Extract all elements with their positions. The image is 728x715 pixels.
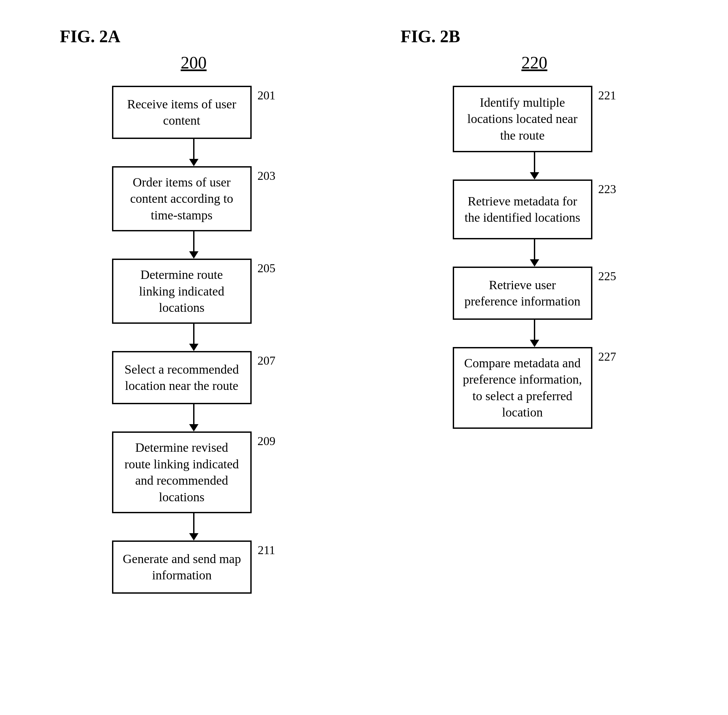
step-box-203: Order items of user content according to… [112, 166, 252, 231]
step-text-211: Generate and send map information [122, 551, 242, 584]
arrow-head [189, 159, 199, 166]
page: FIG. 2A 200 Receive items of user conten… [0, 0, 728, 715]
arrow-shaft [193, 231, 194, 251]
fig-2b-number: 220 [522, 53, 547, 72]
arrow-223-225 [465, 239, 604, 267]
step-text-201: Receive items of user content [122, 96, 242, 129]
step-box-225: Retrieve user preference information [453, 267, 592, 320]
step-text-221: Identify multiple locations located near… [463, 94, 583, 143]
figures-container: FIG. 2A 200 Receive items of user conten… [33, 27, 695, 594]
arrow-205-207 [124, 324, 264, 351]
step-row-221: Identify multiple locations located near… [453, 86, 616, 152]
arrow-shaft [534, 320, 535, 340]
step-label-221: 221 [598, 86, 616, 103]
arrow-221-223 [465, 152, 604, 180]
step-box-201: Receive items of user content [112, 86, 252, 139]
step-row-205: Determine route linking indicated locati… [112, 259, 276, 324]
step-label-223: 223 [598, 180, 616, 196]
arrow-head [189, 533, 199, 540]
step-label-211: 211 [258, 540, 275, 557]
step-text-209: Determine revised route linking indicate… [122, 439, 242, 505]
step-label-201: 201 [258, 86, 276, 103]
step-row-201: Receive items of user content 201 [112, 86, 276, 139]
step-label-205: 205 [258, 259, 276, 275]
arrow-shaft [193, 513, 194, 533]
arrow-shaft [193, 324, 194, 344]
figure-2a-column: FIG. 2A 200 Receive items of user conten… [33, 27, 354, 594]
step-text-225: Retrieve user preference information [463, 277, 583, 310]
step-label-225: 225 [598, 267, 616, 283]
step-text-227: Compare metadata and preference informat… [463, 355, 583, 421]
step-label-203: 203 [258, 166, 276, 183]
step-text-205: Determine route linking indicated locati… [122, 267, 242, 316]
arrow-203-205 [124, 231, 264, 259]
arrow-shaft [193, 404, 194, 424]
step-box-223: Retrieve metadata for the identified loc… [453, 180, 592, 239]
fig-2a-title: FIG. 2A [60, 27, 121, 46]
arrow-201-203 [124, 139, 264, 166]
arrow-shaft [534, 239, 535, 259]
step-box-211: Generate and send map information [112, 540, 252, 594]
step-row-225: Retrieve user preference information 225 [453, 267, 616, 320]
fig-2b-flow: Identify multiple locations located near… [453, 86, 616, 429]
arrow-head [530, 259, 539, 267]
step-box-207: Select a recommended location near the r… [112, 351, 252, 404]
step-row-209: Determine revised route linking indicate… [112, 431, 276, 513]
arrow-head [189, 344, 199, 351]
step-box-221: Identify multiple locations located near… [453, 86, 592, 152]
arrow-225-227 [465, 320, 604, 347]
step-text-223: Retrieve metadata for the identified loc… [463, 193, 583, 226]
arrow-shaft [193, 139, 194, 159]
step-box-205: Determine route linking indicated locati… [112, 259, 252, 324]
step-box-209: Determine revised route linking indicate… [112, 431, 252, 513]
fig-2b-title: FIG. 2B [401, 27, 460, 46]
arrow-shaft [534, 152, 535, 172]
fig-2a-flow: Receive items of user content 201 Order … [112, 86, 276, 594]
step-text-203: Order items of user content according to… [122, 174, 242, 223]
arrow-head [530, 172, 539, 180]
arrow-head [189, 251, 199, 259]
step-label-207: 207 [258, 351, 276, 368]
figure-2b-column: FIG. 2B 220 Identify multiple locations … [354, 27, 695, 594]
fig-2a-number: 200 [181, 53, 207, 72]
arrow-209-211 [124, 513, 264, 540]
step-text-207: Select a recommended location near the r… [122, 361, 242, 394]
step-row-211: Generate and send map information 211 [112, 540, 275, 594]
step-box-227: Compare metadata and preference informat… [453, 347, 592, 429]
arrow-head [189, 424, 199, 431]
step-label-209: 209 [258, 431, 276, 448]
step-row-207: Select a recommended location near the r… [112, 351, 276, 404]
step-row-227: Compare metadata and preference informat… [453, 347, 616, 429]
step-row-223: Retrieve metadata for the identified loc… [453, 180, 616, 239]
step-label-227: 227 [598, 347, 616, 364]
arrow-207-209 [124, 404, 264, 431]
arrow-head [530, 340, 539, 347]
step-row-203: Order items of user content according to… [112, 166, 276, 231]
